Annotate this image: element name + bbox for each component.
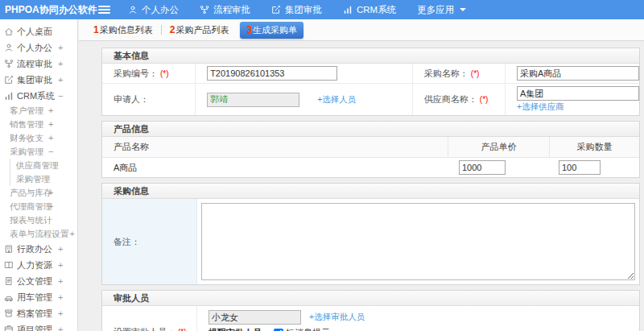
applicant-label: 申请人： — [102, 84, 195, 115]
purchase-no-input[interactable] — [207, 66, 337, 81]
section-purchase-info: 采购信息 备注： — [101, 183, 640, 285]
collapse-icon[interactable]: − — [48, 147, 53, 156]
expand-icon[interactable]: + — [48, 202, 53, 211]
column-product-price: 产品单价 — [448, 137, 549, 157]
tab-generate-purchase-order[interactable]: 3 生成采购单 — [240, 22, 303, 39]
nav-workflow-approval[interactable]: 流程审批 — [200, 4, 250, 16]
sidebar-item-label: 产品与库存 — [10, 188, 52, 199]
sidebar-item-agent-management[interactable]: 代理商管理+ — [0, 200, 77, 213]
hamburger-menu-icon[interactable] — [98, 6, 110, 14]
sidebar-item-product-inventory[interactable]: 产品与库存+ — [0, 186, 77, 200]
doc-icon — [4, 276, 14, 286]
column-purchase-qty: 采购数量 — [549, 137, 639, 157]
expand-icon[interactable]: + — [58, 43, 63, 52]
sidebar-item-label: 项目管理 — [17, 324, 52, 331]
nav-group-approval[interactable]: 集团审批 — [271, 4, 322, 16]
approver-input[interactable] — [208, 310, 301, 325]
sidebar-item-personal-office[interactable]: 个人办公+ — [0, 39, 77, 56]
sidebar-item-form-workflow-settings[interactable]: 表单与流程设置+ — [0, 227, 77, 241]
section-basic-info-title: 基本信息 — [102, 48, 639, 64]
tab-label: 采购信息列表 — [100, 24, 153, 36]
purchase-name-input[interactable] — [517, 66, 639, 81]
expand-icon[interactable]: + — [48, 106, 53, 115]
select-supplier-link[interactable]: +选择供应商 — [517, 101, 564, 113]
supplier-name-input[interactable] — [517, 86, 639, 101]
remark-textarea[interactable] — [201, 203, 635, 280]
home-icon — [4, 27, 14, 36]
sidebar-item-label: 供应商管理 — [16, 160, 59, 172]
sidebar-item-label: 个人办公 — [17, 42, 52, 54]
sidebar-item-label: 表单与流程设置 — [10, 229, 69, 240]
sidebar-item-group-approval[interactable]: 集团审批+ — [0, 72, 77, 88]
collapse-icon[interactable]: − — [58, 92, 63, 101]
expand-icon[interactable]: + — [48, 134, 53, 143]
sidebar-item-label: 流程审批 — [17, 58, 52, 70]
expand-icon[interactable]: + — [58, 60, 63, 68]
tab-label: 采购产品列表 — [175, 24, 229, 36]
tab-number: 3 — [246, 24, 252, 35]
expand-icon[interactable]: + — [58, 325, 63, 331]
sidebar-item-label: CRM系统 — [17, 90, 55, 102]
expand-icon[interactable]: + — [58, 76, 63, 85]
sidebar-item-crm-system[interactable]: CRM系统− — [0, 88, 77, 104]
sidebar-item-sales-management[interactable]: 销售管理+ — [0, 118, 77, 131]
required-mark: (*) — [160, 69, 169, 78]
sidebar-item-label: 用车管理 — [17, 292, 52, 304]
required-mark: (*) — [178, 328, 187, 331]
sidebar-item-purchase-management-sub[interactable]: 采购管理 — [10, 172, 77, 186]
required-mark: (*) — [471, 69, 480, 78]
tab-purchase-product-list[interactable]: 2 采购产品列表 — [162, 24, 237, 36]
sidebar-item-human-resources[interactable]: 人力资源+ — [0, 257, 77, 273]
expand-icon[interactable]: + — [58, 277, 63, 286]
user-icon — [128, 5, 138, 14]
expand-icon[interactable]: + — [48, 188, 53, 197]
expand-icon[interactable]: + — [58, 261, 63, 270]
sidebar-item-project-management[interactable]: 项目管理+ — [0, 321, 77, 331]
expand-icon[interactable]: + — [70, 230, 75, 238]
sidebar-item-workflow-approval[interactable]: 流程审批+ — [0, 56, 77, 72]
select-approver-link[interactable]: +选择审批人员 — [309, 312, 365, 323]
sidebar-item-administrative-office[interactable]: 行政办公+ — [0, 241, 77, 257]
sidebar-item-archive-management[interactable]: 档案管理+ — [0, 305, 77, 321]
expand-icon[interactable]: + — [48, 120, 53, 129]
sidebar-item-purchase-management[interactable]: 采购管理− — [0, 145, 77, 159]
tab-number: 2 — [170, 24, 175, 35]
flow-icon — [200, 5, 209, 14]
nav-more-apps[interactable]: 更多应用 — [417, 4, 466, 16]
sms-notify-checkbox[interactable] — [274, 329, 283, 331]
sidebar-item-supplier-management[interactable]: 供应商管理 — [10, 159, 77, 172]
sidebar: 个人桌面个人办公+流程审批+集团审批+CRM系统−客户管理+销售管理+财务收支+… — [0, 19, 78, 331]
remark-label: 备注： — [102, 199, 197, 284]
tab-purchase-info-list[interactable]: 1 采购信息列表 — [85, 24, 161, 36]
chart-icon — [343, 5, 353, 14]
sidebar-item-customer-management[interactable]: 客户管理+ — [0, 104, 77, 118]
sidebar-item-label: 代理商管理 — [10, 201, 52, 213]
section-product-info-title: 产品信息 — [102, 122, 639, 137]
expand-icon[interactable]: + — [58, 309, 63, 318]
expand-icon[interactable]: + — [58, 245, 63, 254]
sidebar-item-label: 销售管理 — [10, 119, 43, 130]
product-price-input[interactable] — [459, 160, 506, 175]
app-logo: PHPOA协同办公软件 — [0, 3, 93, 17]
purchase-no-label: 采购编号： (*) — [102, 64, 195, 83]
purchase-qty-input[interactable] — [559, 160, 601, 175]
set-approver-label: 设置审批人员： (*) — [102, 306, 197, 331]
product-name-cell: A商品 — [102, 159, 448, 176]
main-area: 1 采购信息列表 2 采购产品列表 3 生成采购单 基本信息 采购编号： (*) — [79, 19, 644, 331]
nav-crm-system[interactable]: CRM系统 — [343, 4, 396, 16]
sidebar-item-document-management[interactable]: 公文管理+ — [0, 273, 77, 289]
sidebar-item-label: 个人桌面 — [17, 26, 52, 38]
sidebar-item-label: 报表与统计 — [10, 215, 52, 226]
sidebar-item-personal-desktop[interactable]: 个人桌面 — [0, 23, 77, 39]
sidebar-item-label: 行政办公 — [17, 243, 52, 255]
nav-personal-office[interactable]: 个人办公 — [128, 4, 179, 16]
sidebar-item-reports-statistics[interactable]: 报表与统计 — [0, 213, 77, 227]
section-approver-title: 审批人员 — [102, 291, 639, 306]
sidebar-item-vehicle-management[interactable]: 用车管理+ — [0, 289, 77, 305]
chart-icon — [4, 91, 14, 101]
applicant-input[interactable] — [207, 93, 299, 107]
project-icon — [4, 325, 14, 331]
expand-icon[interactable]: + — [58, 293, 63, 302]
sidebar-item-finance-income-expense[interactable]: 财务收支+ — [0, 131, 77, 145]
select-person-link[interactable]: +选择人员 — [317, 94, 356, 106]
